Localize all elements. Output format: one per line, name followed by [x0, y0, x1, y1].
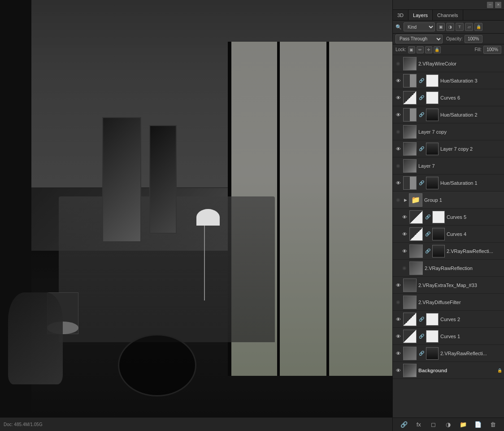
layer-name: Curves 6 — [440, 95, 502, 100]
layer-thumbnail — [403, 159, 417, 173]
visibility-toggle[interactable]: 👁 — [401, 231, 408, 238]
layer-thumbnail — [409, 261, 423, 275]
layer-name: Layer 7 copy 2 — [440, 146, 502, 152]
layer-row[interactable]: 👁 🔗 Curves 2 — [393, 311, 504, 328]
group-triangle[interactable]: ▶ — [403, 198, 408, 202]
link-icon: 🔗 — [418, 316, 425, 322]
layer-thumbnail — [403, 125, 417, 139]
layer-name: 2.VRayRawReflecti... — [447, 248, 502, 254]
layer-row[interactable]: ◉ Layer 7 copy — [393, 123, 504, 140]
tab-layers[interactable]: Layers — [408, 10, 433, 20]
close-icon[interactable]: ✕ — [495, 2, 501, 8]
group-button[interactable]: 📁 — [458, 420, 468, 430]
layer-name: Hue/Saturation 3 — [440, 78, 502, 83]
filter-adjustment-icon[interactable]: ◑ — [446, 23, 454, 31]
fx-button[interactable]: fx — [414, 420, 424, 430]
layer-name: Layer 7 copy — [418, 129, 502, 135]
mask-thumbnail — [426, 330, 439, 343]
layer-lock-icon: 🔒 — [497, 368, 502, 373]
layer-row[interactable]: ◉ 2.VRayRawReflection — [393, 260, 504, 277]
visibility-toggle[interactable]: ◉ — [395, 196, 402, 204]
layer-thumbnail — [403, 74, 417, 87]
layer-name: Group 1 — [424, 197, 502, 203]
filter-pixel-icon[interactable]: ▣ — [437, 23, 445, 31]
layer-row[interactable]: 👁 🔗 Hue/Saturation 1 — [393, 174, 504, 192]
opacity-value[interactable]: 100% — [465, 35, 482, 43]
filter-row: 🔍 Kind ▣ ◑ T ▱ 🔒 — [393, 21, 504, 34]
tab-channels[interactable]: Channels — [433, 10, 463, 20]
new-layer-button[interactable]: 📄 — [473, 420, 483, 430]
layer-name: Curves 5 — [447, 214, 502, 220]
layer-row[interactable]: 👁 🔗 Curves 5 — [393, 209, 504, 226]
layer-row[interactable]: 👁 🔗 2.VRayRawReflecti... — [393, 243, 504, 260]
layer-row[interactable]: 👁 🔗 Hue/Saturation 2 — [393, 106, 504, 123]
layer-name: Curves 4 — [447, 231, 502, 237]
visibility-toggle[interactable]: 👁 — [395, 367, 402, 374]
visibility-toggle[interactable]: 👁 — [395, 77, 402, 84]
layers-list: ◉ 2.VRayWireColor 👁 🔗 Hue/Saturation 3 👁… — [393, 55, 504, 418]
mask-thumbnail — [426, 313, 439, 326]
new-fill-button[interactable]: ◻ — [429, 420, 439, 430]
mask-thumbnail — [432, 245, 445, 257]
visibility-toggle[interactable]: 👁 — [395, 350, 402, 357]
lock-move-icon[interactable]: ✛ — [425, 46, 432, 53]
visibility-toggle[interactable]: 👁 — [395, 316, 402, 323]
lock-paint-icon[interactable]: ✏ — [417, 46, 424, 53]
layer-thumbnail — [403, 108, 417, 122]
layer-name: 2.VRayDiffuseFilter — [418, 300, 502, 305]
visibility-toggle[interactable]: 👁 — [401, 213, 408, 221]
filter-type-icon[interactable]: T — [456, 23, 464, 31]
layer-name: Background — [418, 368, 495, 373]
layer-row[interactable]: ◉ 2.VRayWireColor — [393, 55, 504, 72]
layer-row[interactable]: 👁 🔗 2.VRayRawReflecti... — [393, 345, 504, 362]
visibility-toggle[interactable]: ◉ — [395, 128, 402, 135]
link-icon: 🔗 — [418, 350, 425, 357]
lock-transparent-icon[interactable]: ▣ — [408, 46, 415, 53]
layer-thumbnail — [403, 91, 417, 104]
link-icon: 🔗 — [418, 333, 425, 340]
visibility-toggle[interactable]: 👁 — [395, 282, 402, 289]
layers-panel: ─ ✕ 3D Layers Channels 🔍 Kind ▣ ◑ T ▱ 🔒 … — [392, 0, 504, 431]
kind-filter[interactable]: Kind — [404, 22, 435, 31]
blend-row: Pass Through Opacity: 100% — [393, 34, 504, 44]
mask-thumbnail — [426, 91, 439, 104]
collapse-icon[interactable]: ─ — [487, 2, 493, 8]
layer-group-row[interactable]: ◉ ▶ 📁 Group 1 — [393, 192, 504, 209]
visibility-toggle[interactable]: ◉ — [395, 60, 402, 67]
visibility-toggle[interactable]: ◉ — [395, 299, 402, 306]
layer-row[interactable]: 👁 🔗 Curves 4 — [393, 226, 504, 243]
layer-row[interactable]: 👁 🔗 Curves 6 — [393, 89, 504, 106]
layer-row[interactable]: ◉ Layer 7 — [393, 157, 504, 174]
layer-name: Hue/Saturation 2 — [440, 112, 502, 118]
delete-button[interactable]: 🗑 — [488, 420, 498, 430]
layer-row[interactable]: 👁 🔗 Curves 1 — [393, 328, 504, 345]
filter-shape-icon[interactable]: ▱ — [465, 23, 473, 31]
visibility-toggle[interactable]: 👁 — [395, 94, 402, 101]
visibility-toggle[interactable]: ◉ — [401, 265, 408, 272]
layer-row[interactable]: 👁 🔗 Layer 7 copy 2 — [393, 140, 504, 157]
blend-mode-select[interactable]: Pass Through — [395, 35, 443, 44]
mask-thumbnail — [426, 143, 439, 155]
layer-row[interactable]: 👁 2.VRayExtraTex_Map_#33 — [393, 277, 504, 294]
layer-background-row[interactable]: 👁 Background 🔒 — [393, 362, 504, 379]
visibility-toggle[interactable]: 👁 — [395, 111, 402, 118]
visibility-toggle[interactable]: ◉ — [395, 162, 402, 170]
visibility-toggle[interactable]: 👁 — [395, 145, 402, 152]
new-adjustment-button[interactable]: ◑ — [443, 420, 453, 430]
visibility-toggle[interactable]: 👁 — [401, 248, 408, 255]
layer-row[interactable]: ◉ 2.VRayDiffuseFilter — [393, 294, 504, 311]
mask-thumbnail — [426, 347, 439, 360]
lock-all-icon[interactable]: 🔒 — [434, 46, 441, 53]
visibility-toggle[interactable]: 👁 — [395, 333, 402, 340]
status-bar: Doc: 485.4M/1.05G — [0, 418, 392, 431]
link-icon: 🔗 — [418, 112, 425, 118]
link-layers-button[interactable]: 🔗 — [399, 420, 409, 430]
fill-value[interactable]: 100% — [483, 46, 501, 54]
layer-row[interactable]: 👁 🔗 Hue/Saturation 3 — [393, 72, 504, 89]
tab-3d[interactable]: 3D — [393, 10, 408, 20]
filter-smart-icon[interactable]: 🔒 — [474, 23, 482, 31]
layer-name: Curves 2 — [440, 317, 502, 322]
canvas-area: Doc: 485.4M/1.05G — [0, 0, 392, 431]
visibility-toggle[interactable]: 👁 — [395, 179, 402, 187]
mask-thumbnail — [432, 211, 445, 223]
